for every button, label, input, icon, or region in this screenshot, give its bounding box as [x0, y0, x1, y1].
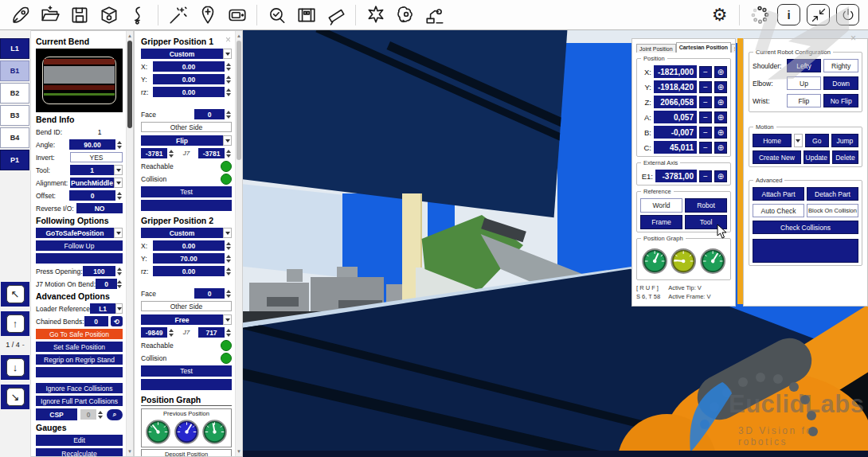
block-on-collision-button[interactable]: Block On Collision — [807, 204, 858, 217]
gripper2-free-select[interactable]: Free — [141, 314, 223, 325]
update-button[interactable]: Update — [803, 150, 830, 164]
spinner-icon[interactable] — [117, 279, 123, 289]
gripper1-rz-field[interactable]: 0.00 — [153, 87, 225, 97]
follow-up-button[interactable]: Follow Up — [36, 240, 123, 251]
delete-button[interactable]: Delete — [832, 150, 858, 164]
attach-part-button[interactable]: Attach Part — [753, 187, 804, 201]
dropdown-arrow-icon[interactable] — [223, 49, 232, 59]
dropdown-arrow-icon[interactable] — [223, 314, 232, 325]
resize-icon[interactable] — [807, 4, 830, 25]
detach-part-button[interactable]: Detach Part — [807, 187, 858, 201]
magnifier-icon[interactable]: ⌕ — [107, 409, 123, 420]
star-icon[interactable] — [362, 2, 389, 28]
go-button[interactable]: Go — [805, 134, 829, 147]
film-strip-icon[interactable] — [292, 2, 320, 28]
rocket-icon[interactable] — [6, 2, 34, 28]
dropdown-arrow-icon[interactable] — [115, 303, 123, 314]
reference-frame-button[interactable]: Frame — [640, 215, 682, 229]
unlabeled-button[interactable] — [141, 200, 232, 211]
shoulder-lefty-button[interactable]: Lefty — [787, 59, 822, 72]
magic-wand-icon[interactable] — [164, 2, 192, 28]
invert-field[interactable]: YES — [70, 152, 123, 162]
close-icon[interactable]: × — [850, 33, 856, 43]
plus-icon[interactable]: ⊕ — [714, 81, 727, 93]
j7-motion-field[interactable]: 0 — [96, 279, 117, 289]
gripper2-test-button[interactable]: Test — [141, 365, 232, 377]
gripper2-y-field[interactable]: 70.00 — [153, 253, 225, 264]
gauges-recalculate-button[interactable]: Recalculate — [36, 448, 123, 457]
gauges-edit-button[interactable]: Edit — [36, 435, 123, 446]
reverse-io-field[interactable]: NO — [76, 203, 123, 213]
create-new-button[interactable]: Create New — [753, 150, 801, 164]
gripper1-face-field[interactable]: 0 — [194, 109, 225, 119]
inspect-check-icon[interactable] — [263, 2, 291, 28]
plus-icon[interactable]: ⊕ — [714, 66, 727, 78]
sidebar-tab-l1[interactable]: L1 — [0, 38, 29, 59]
reference-robot-button[interactable]: Robot — [685, 198, 727, 213]
dropdown-arrow-icon[interactable] — [114, 165, 123, 175]
sync-icon[interactable]: ⟲ — [111, 316, 123, 326]
dropdown-arrow-icon[interactable] — [114, 178, 123, 188]
gripper2-x-field[interactable]: 0.00 — [153, 240, 225, 251]
power-icon[interactable] — [836, 4, 859, 25]
gripper2-mode-select[interactable]: Custom — [141, 228, 223, 238]
dropdown-arrow-icon[interactable] — [223, 135, 232, 146]
unlabeled-button[interactable] — [753, 239, 858, 263]
dropdown-arrow-icon[interactable] — [223, 228, 232, 238]
plus-icon[interactable]: ⊕ — [714, 96, 727, 108]
close-icon[interactable]: × — [225, 35, 231, 45]
c-value-field[interactable]: 45,011 — [654, 141, 697, 154]
gripper1-test-button[interactable]: Test — [141, 186, 232, 197]
spinner-icon[interactable] — [225, 87, 232, 97]
home-select[interactable]: Home — [753, 134, 792, 147]
panel1-scrollbar[interactable]: ▲ ▼ — [126, 31, 133, 456]
gripper2-face-field[interactable]: 0 — [194, 288, 225, 299]
x-value-field[interactable]: -1821,000 — [654, 65, 697, 78]
gripper1-x-field[interactable]: 0.00 — [153, 61, 225, 72]
save-icon[interactable] — [65, 2, 93, 28]
gripper2-j7-max-field[interactable]: 717 — [198, 327, 225, 338]
minus-icon[interactable]: − — [699, 66, 712, 78]
gripper1-other-side-button[interactable]: Other Side — [141, 122, 232, 132]
spinner-icon[interactable] — [225, 148, 232, 158]
gripper2-rz-field[interactable]: 0.00 — [153, 266, 225, 276]
spinner-icon[interactable] — [225, 288, 232, 299]
gripper1-mode-select[interactable]: Custom — [141, 49, 223, 59]
settings-gear-icon[interactable]: ⚙ — [706, 2, 733, 28]
nav-first-button[interactable]: ↖ — [1, 282, 29, 307]
dropdown-arrow-icon[interactable] — [114, 228, 123, 238]
csp-button[interactable]: CSP — [36, 408, 77, 420]
y-value-field[interactable]: -1918,420 — [654, 80, 697, 93]
wrist-flip-button[interactable]: Flip — [787, 94, 822, 107]
press-opening-field[interactable]: 100 — [83, 266, 116, 276]
tab-cartesian-position[interactable]: Cartesian Position — [676, 42, 731, 53]
panel2-scrollbar[interactable]: ▲ ▼ — [235, 31, 242, 456]
b-value-field[interactable]: -0,007 — [654, 126, 697, 139]
minus-icon[interactable]: − — [699, 96, 712, 108]
spinner-icon[interactable] — [225, 253, 232, 264]
spinner-icon[interactable] — [115, 190, 123, 201]
unlabeled-button[interactable] — [36, 367, 123, 377]
spotlight-icon[interactable] — [322, 2, 350, 28]
tool-select[interactable]: 1 — [70, 165, 114, 175]
sidebar-tab-p1[interactable]: P1 — [0, 150, 29, 170]
goto-mode-select[interactable]: GoToSafePosition — [36, 228, 114, 238]
plus-icon[interactable]: ⊕ — [714, 142, 727, 154]
spinner-icon[interactable] — [225, 266, 232, 276]
camera-view-icon[interactable] — [223, 2, 251, 28]
plus-icon[interactable]: ⊕ — [714, 111, 727, 123]
gripper2-j7-min-field[interactable]: -9849 — [141, 327, 167, 338]
panel-splitter[interactable] — [737, 38, 743, 304]
sidebar-tab-b4[interactable]: B4 — [0, 127, 29, 148]
loader-reference-select[interactable]: L1 — [90, 303, 115, 314]
unlabeled-button[interactable] — [141, 379, 232, 390]
spinner-icon[interactable] — [167, 148, 174, 158]
plus-icon[interactable]: ⊕ — [714, 170, 727, 182]
ignore-face-collisions-button[interactable]: Ignore Face Collisions — [36, 383, 123, 393]
elbow-up-button[interactable]: Up — [787, 76, 822, 90]
dropdown-arrow-icon[interactable] — [794, 134, 802, 147]
e1-value-field[interactable]: -3781,00 — [655, 170, 697, 182]
spinner-icon[interactable] — [167, 327, 174, 338]
z-value-field[interactable]: 2066,058 — [654, 96, 697, 108]
plus-icon[interactable]: ⊕ — [714, 127, 727, 139]
